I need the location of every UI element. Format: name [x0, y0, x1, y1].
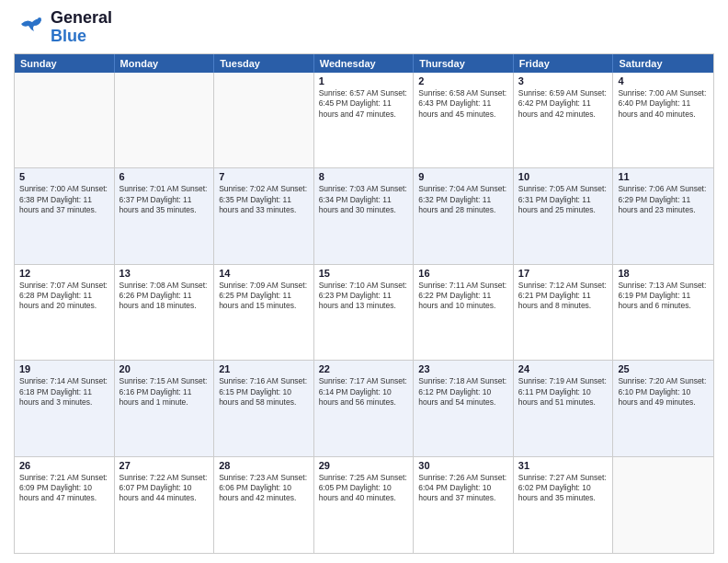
day-number: 20 [119, 363, 210, 374]
day-number: 21 [219, 363, 309, 374]
day-info: Sunrise: 7:01 AM Sunset: 6:37 PM Dayligh… [119, 184, 210, 215]
day-cell-26: 26Sunrise: 7:21 AM Sunset: 6:09 PM Dayli… [15, 457, 115, 553]
day-number: 29 [319, 460, 409, 471]
day-info: Sunrise: 7:13 AM Sunset: 6:19 PM Dayligh… [618, 281, 709, 312]
day-cell-12: 12Sunrise: 7:07 AM Sunset: 6:28 PM Dayli… [15, 265, 115, 360]
day-cell-2: 2Sunrise: 6:58 AM Sunset: 6:43 PM Daylig… [414, 73, 514, 167]
day-info: Sunrise: 7:20 AM Sunset: 6:10 PM Dayligh… [618, 376, 709, 408]
day-cell-31: 31Sunrise: 7:27 AM Sunset: 6:02 PM Dayli… [514, 457, 614, 553]
day-number: 28 [219, 460, 309, 471]
empty-cell [214, 73, 314, 167]
day-cell-22: 22Sunrise: 7:17 AM Sunset: 6:14 PM Dayli… [314, 361, 415, 455]
calendar-header: SundayMondayTuesdayWednesdayThursdayFrid… [15, 54, 713, 73]
day-cell-27: 27Sunrise: 7:22 AM Sunset: 6:07 PM Dayli… [115, 457, 215, 553]
day-cell-25: 25Sunrise: 7:20 AM Sunset: 6:10 PM Dayli… [613, 361, 713, 455]
day-number: 3 [518, 75, 609, 86]
day-header-sunday: Sunday [15, 54, 115, 73]
day-info: Sunrise: 7:19 AM Sunset: 6:11 PM Dayligh… [518, 376, 609, 408]
day-info: Sunrise: 7:14 AM Sunset: 6:18 PM Dayligh… [19, 376, 109, 408]
day-cell-3: 3Sunrise: 6:59 AM Sunset: 6:42 PM Daylig… [514, 73, 614, 167]
empty-cell [15, 73, 115, 167]
day-info: Sunrise: 7:00 AM Sunset: 6:40 PM Dayligh… [618, 88, 709, 120]
day-cell-17: 17Sunrise: 7:12 AM Sunset: 6:21 PM Dayli… [514, 265, 614, 360]
calendar: SundayMondayTuesdayWednesdayThursdayFrid… [14, 53, 714, 554]
logo: General Blue [14, 9, 112, 46]
day-number: 27 [119, 460, 210, 471]
day-info: Sunrise: 7:10 AM Sunset: 6:23 PM Dayligh… [319, 281, 409, 312]
day-number: 25 [618, 363, 709, 374]
day-info: Sunrise: 7:18 AM Sunset: 6:12 PM Dayligh… [418, 376, 508, 408]
empty-cell [613, 457, 713, 553]
day-info: Sunrise: 7:00 AM Sunset: 6:38 PM Dayligh… [19, 184, 109, 215]
calendar-body: 1Sunrise: 6:57 AM Sunset: 6:45 PM Daylig… [15, 73, 713, 553]
day-cell-28: 28Sunrise: 7:23 AM Sunset: 6:06 PM Dayli… [214, 457, 314, 553]
day-info: Sunrise: 7:16 AM Sunset: 6:15 PM Dayligh… [219, 376, 309, 408]
day-cell-24: 24Sunrise: 7:19 AM Sunset: 6:11 PM Dayli… [514, 361, 614, 455]
day-header-thursday: Thursday [414, 54, 514, 73]
day-cell-20: 20Sunrise: 7:15 AM Sunset: 6:16 PM Dayli… [115, 361, 215, 455]
day-cell-10: 10Sunrise: 7:05 AM Sunset: 6:31 PM Dayli… [514, 168, 614, 263]
day-number: 8 [319, 171, 409, 182]
day-number: 30 [418, 460, 508, 471]
day-info: Sunrise: 6:58 AM Sunset: 6:43 PM Dayligh… [418, 88, 508, 120]
day-info: Sunrise: 7:09 AM Sunset: 6:25 PM Dayligh… [219, 281, 309, 312]
empty-cell [115, 73, 215, 167]
day-info: Sunrise: 7:11 AM Sunset: 6:22 PM Dayligh… [418, 281, 508, 312]
day-number: 10 [518, 171, 609, 182]
day-cell-5: 5Sunrise: 7:00 AM Sunset: 6:38 PM Daylig… [15, 168, 115, 263]
day-info: Sunrise: 7:04 AM Sunset: 6:32 PM Dayligh… [418, 184, 508, 215]
day-cell-21: 21Sunrise: 7:16 AM Sunset: 6:15 PM Dayli… [214, 361, 314, 455]
day-number: 18 [618, 268, 709, 279]
day-number: 16 [418, 268, 508, 279]
day-number: 23 [418, 363, 508, 374]
day-info: Sunrise: 7:06 AM Sunset: 6:29 PM Dayligh… [618, 184, 709, 215]
day-cell-11: 11Sunrise: 7:06 AM Sunset: 6:29 PM Dayli… [613, 168, 713, 263]
day-number: 9 [418, 171, 508, 182]
day-cell-13: 13Sunrise: 7:08 AM Sunset: 6:26 PM Dayli… [115, 265, 215, 360]
day-info: Sunrise: 7:05 AM Sunset: 6:31 PM Dayligh… [518, 184, 609, 215]
day-header-monday: Monday [115, 54, 215, 73]
day-number: 1 [319, 75, 409, 86]
day-number: 13 [119, 268, 210, 279]
day-header-tuesday: Tuesday [214, 54, 314, 73]
day-info: Sunrise: 7:26 AM Sunset: 6:04 PM Dayligh… [418, 473, 508, 504]
day-cell-18: 18Sunrise: 7:13 AM Sunset: 6:19 PM Dayli… [613, 265, 713, 360]
day-cell-15: 15Sunrise: 7:10 AM Sunset: 6:23 PM Dayli… [314, 265, 415, 360]
day-cell-8: 8Sunrise: 7:03 AM Sunset: 6:34 PM Daylig… [314, 168, 415, 263]
day-number: 15 [319, 268, 409, 279]
day-number: 17 [518, 268, 609, 279]
day-number: 5 [19, 171, 109, 182]
day-number: 31 [518, 460, 609, 471]
day-cell-1: 1Sunrise: 6:57 AM Sunset: 6:45 PM Daylig… [314, 73, 415, 167]
day-header-friday: Friday [514, 54, 614, 73]
day-header-saturday: Saturday [613, 54, 713, 73]
day-number: 14 [219, 268, 309, 279]
day-info: Sunrise: 7:25 AM Sunset: 6:05 PM Dayligh… [319, 473, 409, 504]
svg-point-1 [38, 17, 41, 21]
calendar-row-4: 19Sunrise: 7:14 AM Sunset: 6:18 PM Dayli… [15, 361, 713, 456]
day-info: Sunrise: 7:15 AM Sunset: 6:16 PM Dayligh… [119, 376, 210, 408]
day-info: Sunrise: 7:02 AM Sunset: 6:35 PM Dayligh… [219, 184, 309, 215]
page: General Blue SundayMondayTuesdayWednesda… [0, 0, 728, 563]
day-info: Sunrise: 7:21 AM Sunset: 6:09 PM Dayligh… [19, 473, 109, 504]
day-number: 7 [219, 171, 309, 182]
day-cell-6: 6Sunrise: 7:01 AM Sunset: 6:37 PM Daylig… [115, 168, 215, 263]
day-info: Sunrise: 7:12 AM Sunset: 6:21 PM Dayligh… [518, 281, 609, 312]
day-cell-9: 9Sunrise: 7:04 AM Sunset: 6:32 PM Daylig… [414, 168, 514, 263]
header: General Blue [14, 9, 714, 46]
day-header-wednesday: Wednesday [314, 54, 415, 73]
day-info: Sunrise: 7:07 AM Sunset: 6:28 PM Dayligh… [19, 281, 109, 312]
day-number: 26 [19, 460, 109, 471]
day-number: 6 [119, 171, 210, 182]
day-cell-30: 30Sunrise: 7:26 AM Sunset: 6:04 PM Dayli… [414, 457, 514, 553]
day-number: 2 [418, 75, 508, 86]
day-cell-23: 23Sunrise: 7:18 AM Sunset: 6:12 PM Dayli… [414, 361, 514, 455]
day-info: Sunrise: 7:03 AM Sunset: 6:34 PM Dayligh… [319, 184, 409, 215]
day-info: Sunrise: 6:57 AM Sunset: 6:45 PM Dayligh… [319, 88, 409, 120]
calendar-row-3: 12Sunrise: 7:07 AM Sunset: 6:28 PM Dayli… [15, 265, 713, 361]
day-cell-14: 14Sunrise: 7:09 AM Sunset: 6:25 PM Dayli… [214, 265, 314, 360]
day-info: Sunrise: 7:17 AM Sunset: 6:14 PM Dayligh… [319, 376, 409, 408]
logo-text: General Blue [51, 9, 112, 46]
day-cell-4: 4Sunrise: 7:00 AM Sunset: 6:40 PM Daylig… [613, 73, 713, 167]
day-cell-19: 19Sunrise: 7:14 AM Sunset: 6:18 PM Dayli… [15, 361, 115, 455]
